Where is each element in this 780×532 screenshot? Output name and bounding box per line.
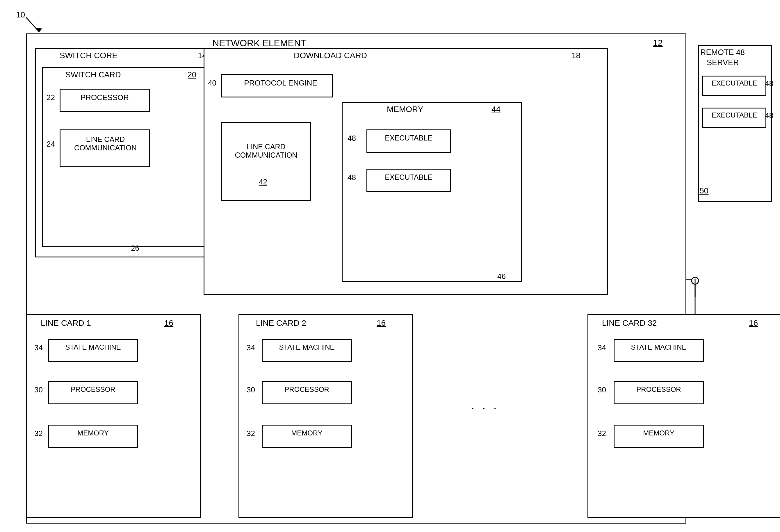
remote-executable-1-label: EXECUTABLE (707, 79, 762, 87)
switch-card-label: SWITCH CARD (65, 70, 121, 80)
dl-lc-comm-label: LINE CARDCOMMUNICATION (226, 143, 307, 159)
ref-20-label: 20 (188, 70, 196, 80)
switch-core-label: SWITCH CORE (60, 51, 117, 60)
svg-line-0 (26, 17, 39, 32)
ref-46-label: 46 (497, 272, 506, 281)
protocol-engine-label: PROTOCOL ENGINE (231, 79, 330, 88)
ref-16-lc2: 16 (377, 319, 386, 328)
ref-30-lc2: 30 (247, 385, 255, 394)
line-card-1-label: LINE CARD 1 (41, 319, 91, 328)
ref-34-lc2: 34 (247, 343, 255, 352)
ref-30-lc32: 30 (598, 385, 606, 394)
ref-48-remote-1: 48 (765, 79, 773, 88)
remote-server-label-2: SERVER (707, 58, 739, 67)
ref-32-lc2: 32 (247, 429, 255, 438)
ref-18-label: 18 (572, 51, 581, 60)
ref-16-lc32: 16 (749, 319, 758, 328)
ref-12-label: 12 (653, 38, 663, 48)
ref-48-mem-1: 48 (347, 134, 356, 143)
lc2-processor-label: PROCESSOR (266, 385, 347, 394)
svg-marker-1 (35, 28, 42, 32)
ref-40-label: 40 (208, 79, 216, 88)
ref-26-label: 26 (131, 244, 139, 253)
ref-48-remote-2: 48 (765, 111, 773, 120)
dl-lc-comm-box (221, 122, 311, 201)
lc1-state-machine-label: STATE MACHINE (52, 343, 134, 351)
line-card-32-label: LINE CARD 32 (602, 319, 657, 328)
ref-34-lc1: 34 (34, 343, 43, 352)
dots-label: · · · (471, 401, 499, 415)
ref-22-label: 22 (47, 93, 55, 102)
ref-42-label: 42 (259, 178, 267, 186)
lc32-processor-label: PROCESSOR (618, 385, 699, 394)
mem-executable-2-label: EXECUTABLE (371, 173, 446, 182)
ref-30-lc1: 30 (34, 385, 43, 394)
lc32-memory-label: MEMORY (618, 429, 699, 437)
memory-label: MEMORY (387, 105, 424, 114)
line-card-2-label: LINE CARD 2 (256, 319, 306, 328)
mem-executable-1-label: EXECUTABLE (371, 134, 446, 142)
ref-16-lc1: 16 (164, 319, 173, 328)
ref-32-lc32: 32 (598, 429, 606, 438)
ref-44-label: 44 (491, 105, 500, 114)
ref-50-label: 50 (699, 186, 709, 195)
network-element-label: NETWORK ELEMENT (212, 38, 306, 49)
ref-24-label: 24 (47, 140, 55, 149)
remote-executable-2-label: EXECUTABLE (707, 111, 762, 119)
ref-10-label: 10 (16, 10, 25, 19)
lc32-state-machine-label: STATE MACHINE (618, 343, 699, 351)
lc1-memory-label: MEMORY (52, 429, 134, 437)
diagram: 10 NETWORK ELEMENT 12 REMOTE 48 SERVER E… (0, 0, 780, 532)
switch-processor-label: PROCESSOR (70, 93, 140, 102)
ref-48-mem-2: 48 (347, 173, 356, 182)
ref-32-lc1: 32 (34, 429, 43, 438)
ref-34-lc32: 34 (598, 343, 606, 352)
remote-server-label-1: REMOTE 48 (700, 48, 745, 57)
lc2-memory-label: MEMORY (266, 429, 347, 437)
svg-point-12 (692, 277, 698, 284)
memory-box (342, 102, 522, 282)
lc1-processor-label: PROCESSOR (52, 385, 134, 394)
download-card-label: DOWNLOAD CARD (294, 51, 367, 60)
switch-lc-comm-label: LINE CARDCOMMUNICATION (65, 135, 145, 152)
lc2-state-machine-label: STATE MACHINE (266, 343, 347, 351)
